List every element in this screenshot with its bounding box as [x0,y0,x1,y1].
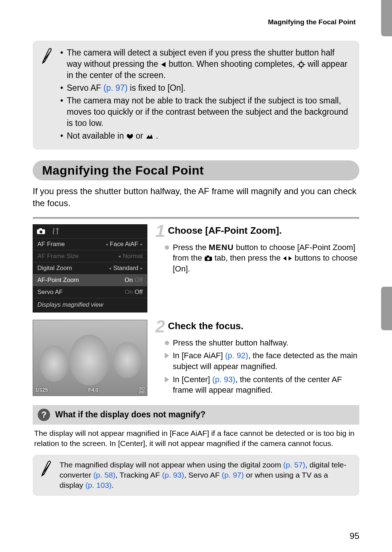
menu-row: AF Frame Size◂Normal [33,250,147,262]
note-text: The magnified display will not appear wh… [60,460,352,491]
menu-row: Servo AFOn Off [33,286,147,298]
menu-button-label: MENU [209,243,234,252]
note-box: The magnified display will not appear wh… [33,455,359,496]
step-number: 2 [155,320,165,334]
note-item: Not available in or . [60,130,351,142]
camera-tab-icon [37,228,45,236]
left-arrow-icon [160,61,166,68]
svg-rect-14 [207,255,209,257]
mountain-icon [146,134,154,139]
faq-heading: ? What if the display does not magnify? [33,405,359,425]
page-ref[interactable]: (p. 92) [225,351,248,360]
shutter-speed: 1/125 [35,387,48,394]
camera-menu-screenshot: AF Frame◂Face AiAF▸ AF Frame Size◂Normal… [33,224,147,312]
menu-row-selected: AF-Point ZoomOn Off [33,274,147,286]
step-instruction: Press the shutter button halfway. [165,338,359,348]
section-title: Magnifying the Focal Point [42,163,350,177]
note-box: The camera will detect a subject even if… [33,41,359,150]
left-right-arrows-icon [283,255,292,261]
svg-marker-17 [289,256,292,261]
svg-marker-9 [146,134,153,139]
step-title: Check the focus. [168,320,244,332]
menu-row: AF Frame◂Face AiAF▸ [33,238,147,250]
svg-point-15 [207,258,209,260]
aperture: F4.0 [88,387,98,394]
divider [33,217,359,219]
question-icon: ? [38,409,50,421]
menu-row: Digital Zoom◂Standard▸ [33,262,147,274]
svg-marker-0 [161,62,166,67]
pencil-icon [40,460,53,491]
page-ref[interactable]: (p. 97) [222,471,244,479]
af-frame-icon [297,61,305,69]
page-ref[interactable]: (p. 58) [93,471,115,479]
section-intro: If you press the shutter button halfway,… [33,185,359,209]
note-item: The camera will detect a subject even if… [60,47,351,81]
section-heading-bar: Magnifying the Focal Point [33,160,359,180]
running-header: Magnifying the Focal Point [33,18,359,26]
step-number: 1 [155,224,165,238]
svg-rect-8 [130,137,130,139]
step-title: Choose [AF-Point Zoom]. [168,225,282,236]
page-ref[interactable]: (p. 57) [283,461,305,469]
page-ref[interactable]: (p. 97) [103,83,127,93]
tools-tab-icon [52,228,60,237]
page-ref[interactable]: (p. 93) [212,375,236,384]
note-item: Servo AF (p. 97) is fixed to [On]. [60,82,351,94]
step-result: In [Face AiAF] (p. 92), the face detecte… [165,350,359,372]
step-result: In [Center] (p. 93), the contents of the… [165,374,359,396]
faq-answer: The display will not appear magnified in… [33,425,359,455]
svg-marker-16 [283,256,286,261]
page-number: 95 [350,531,359,541]
page-ref[interactable]: (p. 103) [85,481,111,489]
menu-footer: Displays magnified view [33,298,147,312]
note-item: The camera may not be able to track the … [60,95,351,129]
note-list: The camera will detect a subject even if… [60,47,351,143]
svg-rect-1 [299,63,303,66]
sample-photo: 1/125 F4.0 ISO 200 [33,320,147,398]
pencil-icon [41,47,54,143]
page-ref[interactable]: (p. 93) [162,471,184,479]
iso-value: ISO 200 [139,387,145,394]
svg-point-12 [40,230,42,233]
faq-question: What if the display does not magnify? [55,410,205,420]
step-instruction: Press the MENU button to choose [AF-Poin… [165,242,359,274]
camera-tab-icon [204,255,212,261]
svg-rect-11 [39,228,42,230]
macro-icon [126,133,134,140]
